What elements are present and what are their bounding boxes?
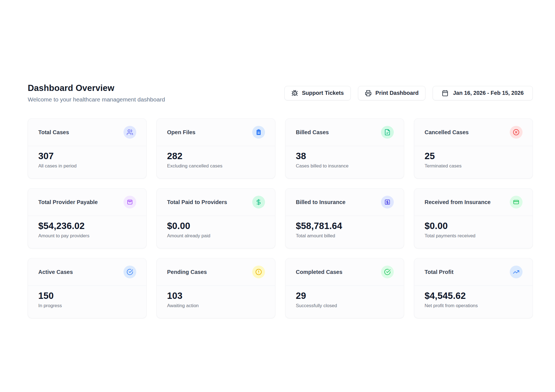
stat-card-title: Open Files <box>167 129 195 136</box>
support-tickets-button[interactable]: Support Tickets <box>284 86 351 100</box>
credit-card-icon <box>510 196 523 208</box>
stat-card-title: Received from Insurance <box>425 199 491 205</box>
stat-card-description: All cases in period <box>38 163 136 169</box>
stat-card-description: Successfully closed <box>296 303 393 309</box>
stat-card: Billed Cases 38 Cases billed to insuranc… <box>285 118 404 179</box>
date-range-picker[interactable]: Jan 16, 2026 - Feb 15, 2026 <box>433 86 533 100</box>
users-icon <box>123 126 136 139</box>
stat-card-description: Amount to pay providers <box>38 233 136 239</box>
stat-card: Total Provider Payable $54,236.02 Amount… <box>28 188 147 248</box>
dollar-icon <box>252 196 265 208</box>
stat-card-value: 29 <box>296 291 393 301</box>
alert-circle-icon <box>252 266 265 278</box>
date-range-value: Jan 16, 2026 - Feb 15, 2026 <box>453 90 524 96</box>
stat-card-title: Total Paid to Providers <box>167 199 227 205</box>
toolbar: Support Tickets Print Dashboard Jan 16, … <box>284 86 533 100</box>
stat-card-value: $0.00 <box>167 221 265 231</box>
stat-card-value: 282 <box>167 151 265 161</box>
stat-card-value: $54,236.02 <box>38 221 136 231</box>
stat-card: Cancelled Cases 25 Terminated cases <box>414 118 533 179</box>
page-header-titles: Dashboard Overview Welcome to your healt… <box>28 83 165 103</box>
stat-card-value: 103 <box>167 291 265 301</box>
stat-card-title: Total Cases <box>38 129 69 136</box>
wallet-icon <box>123 196 136 208</box>
stat-card-description: In progress <box>38 303 136 309</box>
page-subtitle: Welcome to your healthcare management da… <box>28 96 165 103</box>
stat-card: Open Files 282 Excluding cancelled cases <box>157 118 275 179</box>
stat-card: Total Paid to Providers $0.00 Amount alr… <box>157 188 275 248</box>
stat-card: Pending Cases 103 Awaiting action <box>157 258 275 318</box>
print-dashboard-button[interactable]: Print Dashboard <box>358 86 426 100</box>
calendar-icon <box>442 90 448 96</box>
stat-card: Total Cases 307 All cases in period <box>28 118 147 179</box>
check-circle-icon <box>381 266 394 278</box>
file-check-icon <box>381 126 394 139</box>
stat-card-title: Pending Cases <box>167 269 207 275</box>
dashboard-page: Dashboard Overview Welcome to your healt… <box>28 83 533 318</box>
stat-card: Active Cases 150 In progress <box>28 258 147 318</box>
support-tickets-label: Support Tickets <box>302 90 344 96</box>
stat-card-title: Billed to Insurance <box>296 199 345 205</box>
stat-card-description: Total amount billed <box>296 233 393 239</box>
stat-card: Billed to Insurance $58,781.64 Total amo… <box>285 188 404 248</box>
stat-card-title: Cancelled Cases <box>425 129 469 136</box>
stat-card-description: Cases billed to insurance <box>296 163 393 169</box>
stat-card-description: Awaiting action <box>167 303 265 309</box>
trending-up-icon <box>510 266 523 278</box>
page-title: Dashboard Overview <box>28 83 165 93</box>
clipboard-list-icon <box>252 126 265 139</box>
stat-card-title: Completed Cases <box>296 269 342 275</box>
banknote-icon <box>381 196 394 208</box>
stat-card: Total Profit $4,545.62 Net profit from o… <box>414 258 533 318</box>
print-dashboard-label: Print Dashboard <box>375 90 419 96</box>
stat-card-value: 38 <box>296 151 393 161</box>
stat-card-value: $0.00 <box>425 221 522 231</box>
printer-icon <box>365 90 372 96</box>
stat-card-description: Terminated cases <box>425 163 522 169</box>
stat-card-title: Active Cases <box>38 269 73 275</box>
stat-card: Received from Insurance $0.00 Total paym… <box>414 188 533 248</box>
stat-card-description: Total payments received <box>425 233 522 239</box>
x-circle-icon <box>510 126 523 139</box>
stat-card: Completed Cases 29 Successfully closed <box>285 258 404 318</box>
page-header: Dashboard Overview Welcome to your healt… <box>28 83 533 103</box>
stat-card-title: Billed Cases <box>296 129 329 136</box>
stat-card-value: 25 <box>425 151 522 161</box>
stat-card-value: $58,781.64 <box>296 221 393 231</box>
stat-card-description: Net profit from operations <box>425 303 522 309</box>
bug-icon <box>291 90 298 96</box>
stat-card-value: 150 <box>38 291 136 301</box>
stat-card-description: Excluding cancelled cases <box>167 163 265 169</box>
stat-card-value: 307 <box>38 151 136 161</box>
check-circle-icon <box>123 266 136 278</box>
stat-card-description: Amount already paid <box>167 233 265 239</box>
stat-card-value: $4,545.62 <box>425 291 522 301</box>
stats-grid: Total Cases 307 All cases in period Open… <box>28 118 533 318</box>
stat-card-title: Total Profit <box>425 269 453 275</box>
stat-card-title: Total Provider Payable <box>38 199 98 205</box>
